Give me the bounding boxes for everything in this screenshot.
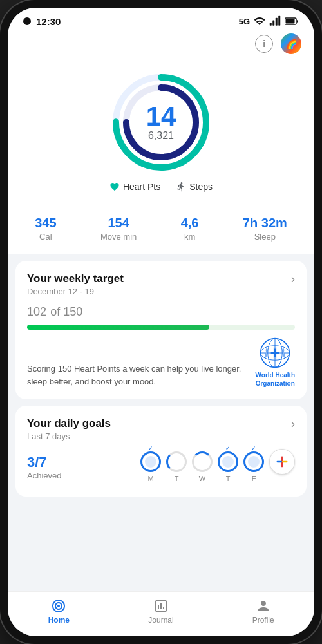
circle-t2 bbox=[218, 451, 238, 472]
stat-km: 4,6 km bbox=[181, 216, 199, 242]
target-total: 150 bbox=[63, 305, 82, 318]
check-m: ✓ bbox=[148, 445, 153, 451]
phone-screen: 12:30 5G bbox=[8, 8, 314, 636]
calories-value: 345 bbox=[35, 216, 56, 231]
nav-journal[interactable]: Journal bbox=[110, 598, 213, 625]
home-nav-label: Home bbox=[48, 616, 70, 625]
sleep-label: Sleep bbox=[243, 232, 287, 242]
circle-f bbox=[243, 451, 264, 472]
day-circle-w: W bbox=[192, 451, 213, 482]
day-circles: ✓ M bbox=[140, 449, 295, 485]
circle-t1 bbox=[166, 451, 187, 472]
circle-m bbox=[140, 451, 161, 472]
target-of-label: of bbox=[50, 305, 63, 318]
move-min-label: Move min bbox=[100, 232, 137, 242]
nav-profile[interactable]: Profile bbox=[212, 598, 314, 625]
network-label: 5G bbox=[239, 17, 250, 26]
svg-rect-1 bbox=[272, 21, 274, 26]
status-time: 12:30 bbox=[36, 16, 61, 27]
journal-icon bbox=[153, 598, 169, 614]
activity-ring: 14 6,321 bbox=[109, 71, 213, 174]
phone-frame: 12:30 5G bbox=[0, 0, 322, 644]
svg-rect-18 bbox=[271, 352, 279, 354]
steps-legend: Steps bbox=[176, 182, 213, 192]
nav-home[interactable]: Home bbox=[8, 598, 110, 625]
goals-bottom: 3/7 Achieved ✓ M bbox=[27, 449, 295, 485]
camera-dot bbox=[23, 17, 31, 25]
stats-row: 345 Cal 154 Move min 4,6 km 7h 32m Sleep bbox=[8, 205, 314, 254]
daily-goals-chevron[interactable]: › bbox=[291, 417, 295, 431]
achieved-label: Achieved bbox=[27, 471, 61, 480]
ring-legend: Heart Pts Steps bbox=[109, 182, 213, 192]
daily-goals-subtitle: Last 7 days bbox=[27, 431, 111, 441]
profile-icon bbox=[256, 598, 271, 614]
heart-pts-value: 14 bbox=[146, 103, 176, 130]
weekly-target-subtitle: December 12 - 19 bbox=[27, 287, 124, 296]
battery-icon bbox=[285, 17, 299, 26]
daily-goals-card: Your daily goals Last 7 days › 3/7 Achie… bbox=[15, 406, 307, 497]
who-emblem-icon bbox=[260, 337, 290, 368]
status-right: 5G bbox=[239, 15, 299, 27]
progress-bar-fill bbox=[27, 325, 209, 330]
who-label: World HealthOrganization bbox=[256, 371, 295, 388]
heart-pts-label: Heart Pts bbox=[123, 182, 160, 192]
svg-rect-0 bbox=[270, 23, 272, 26]
svg-rect-5 bbox=[286, 19, 295, 24]
plus-section: + bbox=[269, 449, 295, 485]
avatar[interactable]: 🌈 bbox=[281, 33, 301, 54]
scroll-area[interactable]: 14 6,321 Heart Pts S bbox=[8, 61, 314, 591]
steps-value: 6,321 bbox=[146, 130, 176, 142]
day-label-w: W bbox=[199, 475, 205, 482]
ring-section: 14 6,321 Heart Pts S bbox=[8, 61, 314, 205]
status-bar: 12:30 5G bbox=[8, 8, 314, 31]
weekly-target-header: Your weekly target December 12 - 19 › bbox=[27, 272, 295, 296]
profile-nav-label: Profile bbox=[252, 616, 274, 625]
target-description: Scoring 150 Heart Points a week can help… bbox=[27, 363, 248, 388]
km-value: 4,6 bbox=[181, 216, 199, 231]
calories-label: Cal bbox=[35, 232, 56, 242]
sleep-value: 7h 32m bbox=[243, 216, 287, 231]
add-goal-button[interactable] bbox=[269, 449, 295, 475]
day-label-f: F bbox=[252, 475, 256, 482]
weekly-target-chevron[interactable]: › bbox=[291, 272, 295, 286]
heart-icon bbox=[109, 182, 120, 192]
svg-rect-2 bbox=[276, 18, 278, 26]
day-label-t1: T bbox=[175, 475, 179, 482]
stat-move-min: 154 Move min bbox=[100, 216, 137, 242]
who-logo: World HealthOrganization bbox=[256, 337, 295, 388]
avatar-image: 🌈 bbox=[286, 39, 297, 49]
day-circle-t1: T bbox=[166, 451, 187, 482]
day-circle-f: ✓ F bbox=[243, 451, 264, 482]
target-current: 102 bbox=[27, 305, 46, 318]
move-min-value: 154 bbox=[100, 216, 137, 231]
day-label-t2: T bbox=[226, 475, 231, 482]
steps-label: Steps bbox=[189, 182, 213, 192]
weekly-target-title: Your weekly target bbox=[27, 272, 124, 285]
plus-icon bbox=[275, 455, 289, 469]
info-icon: i bbox=[263, 39, 265, 49]
ring-center: 14 6,321 bbox=[146, 103, 176, 142]
achieved-count: 3/7 bbox=[27, 454, 61, 471]
info-button[interactable]: i bbox=[255, 35, 273, 53]
wifi-icon bbox=[254, 15, 265, 27]
target-bottom: Scoring 150 Heart Points a week can help… bbox=[27, 337, 295, 388]
stat-sleep: 7h 32m Sleep bbox=[243, 216, 287, 242]
progress-bar-bg bbox=[27, 325, 295, 330]
achieved-section: 3/7 Achieved bbox=[27, 454, 61, 480]
km-label: km bbox=[181, 232, 199, 242]
journal-nav-label: Journal bbox=[148, 616, 173, 625]
daily-goals-header: Your daily goals Last 7 days › bbox=[27, 417, 295, 441]
heart-pts-legend: Heart Pts bbox=[109, 182, 160, 192]
day-circle-m: ✓ M bbox=[140, 451, 161, 482]
check-t2: ✓ bbox=[225, 445, 231, 451]
target-count: 102 of 150 bbox=[27, 303, 295, 319]
bottom-nav: Home Journal Profile bbox=[8, 591, 314, 636]
svg-rect-3 bbox=[278, 16, 280, 26]
check-f: ✓ bbox=[251, 445, 256, 451]
circle-w bbox=[192, 451, 213, 472]
daily-goals-title: Your daily goals bbox=[27, 417, 111, 430]
home-icon bbox=[51, 598, 66, 614]
weekly-target-card: Your weekly target December 12 - 19 › 10… bbox=[15, 261, 307, 399]
signal-icon bbox=[269, 15, 281, 27]
stat-calories: 345 Cal bbox=[35, 216, 56, 242]
